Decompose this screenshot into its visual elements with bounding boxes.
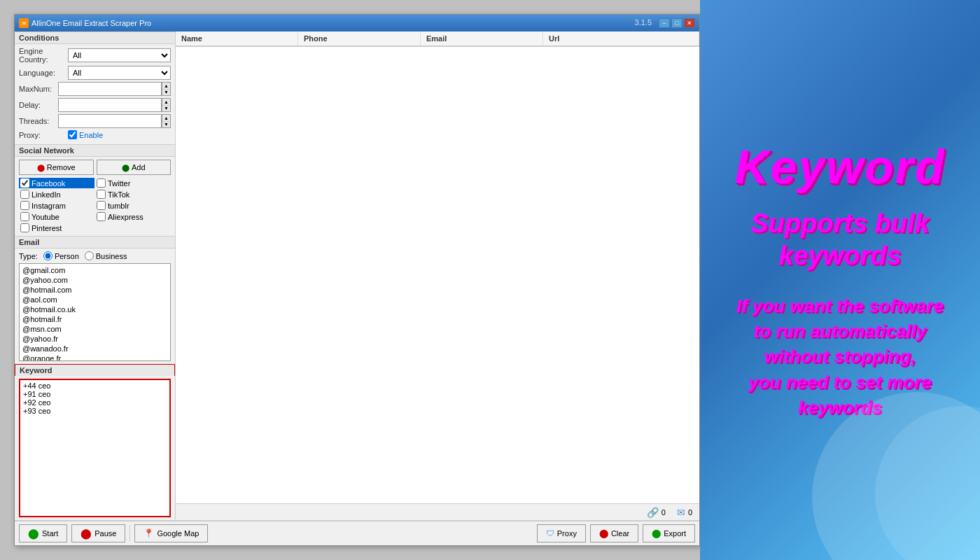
keyword-section: +44 ceo +91 ceo +92 ceo +93 ceo xyxy=(15,376,175,520)
email-person-option[interactable]: Person xyxy=(43,251,79,260)
table-body xyxy=(176,47,699,503)
email-section-label: Email xyxy=(15,236,175,248)
conditions-section-label: Conditions xyxy=(15,31,175,44)
delay-input[interactable]: 10 xyxy=(58,98,162,112)
engine-country-select[interactable]: All xyxy=(68,48,171,62)
tiktok-checkbox[interactable] xyxy=(97,190,106,199)
title-bar: ✉ AllinOne Email Extract Scraper Pro 3.1… xyxy=(15,15,699,31)
start-button[interactable]: ⬤ Start xyxy=(19,524,67,542)
maxnum-input[interactable]: 500000 xyxy=(58,82,162,96)
pause-icon: ⬤ xyxy=(80,528,92,539)
threads-spinner[interactable]: ▲ ▼ xyxy=(162,114,171,128)
col-phone: Phone xyxy=(298,31,421,46)
email-section: Type: Person Business @gmail.com @yahoo.… xyxy=(15,248,175,364)
social-section-label: Social Network xyxy=(15,144,175,157)
button-separator xyxy=(130,525,130,542)
business-radio[interactable] xyxy=(85,251,94,260)
tumblr-checkbox[interactable] xyxy=(97,201,106,210)
social-section: ⬤ Remove ⬤ Add Facebook Twitte xyxy=(15,157,175,236)
social-item-youtube[interactable]: Youtube xyxy=(19,211,94,222)
keyword-section-label: Keyword xyxy=(15,364,175,376)
aliexpress-label: Aliexpress xyxy=(108,213,144,221)
social-item-tiktok[interactable]: TikTok xyxy=(95,189,171,200)
keyword-textarea[interactable]: +44 ceo +91 ceo +92 ceo +93 ceo xyxy=(19,379,171,517)
maxnum-up[interactable]: ▲ xyxy=(162,83,170,90)
proxy-btn-label: Proxy xyxy=(557,529,577,538)
delay-up[interactable]: ▲ xyxy=(162,99,170,106)
email-domain-list[interactable]: @gmail.com @yahoo.com @hotmail.com @aol.… xyxy=(19,263,171,361)
social-item-pinterest[interactable]: Pinterest xyxy=(19,223,94,233)
social-item-instagram[interactable]: Instagram xyxy=(19,200,94,211)
email-domain-yahoo: @yahoo.com xyxy=(22,275,167,285)
maxnum-row: MaxNum: 500000 ▲ ▼ xyxy=(19,82,171,96)
promo-description: If you want the softwareto run automatic… xyxy=(736,293,944,421)
linkedin-checkbox[interactable] xyxy=(20,190,29,199)
person-label: Person xyxy=(55,252,79,260)
title-bar-left: ✉ AllinOne Email Extract Scraper Pro xyxy=(19,18,151,28)
threads-up[interactable]: ▲ xyxy=(162,115,170,122)
maxnum-down[interactable]: ▼ xyxy=(162,90,170,96)
clear-button[interactable]: ⬤ Clear xyxy=(590,524,638,542)
version-label: 3.1.5 xyxy=(635,18,652,28)
threads-label: Threads: xyxy=(19,117,58,125)
facebook-label: Facebook xyxy=(31,179,65,188)
facebook-checkbox[interactable] xyxy=(20,178,29,188)
google-map-button[interactable]: 📍 Google Map xyxy=(134,524,208,542)
language-select[interactable]: All xyxy=(68,66,171,80)
table-header: Name Phone Email Url xyxy=(176,31,699,47)
add-button[interactable]: ⬤ Add xyxy=(97,160,172,175)
language-row: Language: All xyxy=(19,66,171,80)
start-icon: ⬤ xyxy=(28,528,39,539)
proxy-btn-icon: 🛡 xyxy=(546,528,554,538)
export-icon: ⬤ xyxy=(652,528,661,538)
threads-down[interactable]: ▼ xyxy=(162,122,170,128)
instagram-checkbox[interactable] xyxy=(20,201,29,210)
proxy-checkbox-input[interactable] xyxy=(68,130,77,139)
youtube-checkbox[interactable] xyxy=(20,212,29,221)
tumblr-label: tumblr xyxy=(108,202,130,210)
social-item-facebook[interactable]: Facebook xyxy=(19,178,94,188)
delay-row: Delay: 10 ▲ ▼ xyxy=(19,98,171,112)
promo-title: Keyword xyxy=(734,139,945,194)
proxy-row: Proxy: Enable xyxy=(19,130,171,139)
social-item-twitter[interactable]: Twitter xyxy=(95,178,171,188)
close-button[interactable]: ✕ xyxy=(684,18,695,28)
threads-row: Threads: 10 ▲ ▼ xyxy=(19,114,171,128)
minimize-button[interactable]: − xyxy=(659,18,670,28)
delay-label: Delay: xyxy=(19,101,58,109)
pinterest-checkbox[interactable] xyxy=(20,223,29,232)
delay-down[interactable]: ▼ xyxy=(162,106,170,112)
email-status-icon: ✉ xyxy=(677,507,685,518)
clear-label: Clear xyxy=(611,529,629,538)
maximize-button[interactable]: □ xyxy=(671,18,682,28)
delay-spinner[interactable]: ▲ ▼ xyxy=(162,98,171,112)
remove-button[interactable]: ⬤ Remove xyxy=(19,160,94,175)
proxy-button[interactable]: 🛡 Proxy xyxy=(537,524,586,542)
maxnum-spinner[interactable]: ▲ ▼ xyxy=(162,82,171,96)
google-map-icon: 📍 xyxy=(144,528,154,538)
link-icon: 🔗 xyxy=(647,507,659,518)
social-item-linkedin[interactable]: LinkedIn xyxy=(19,189,94,200)
linkedin-label: LinkedIn xyxy=(31,190,61,199)
proxy-enable-checkbox[interactable]: Enable xyxy=(68,130,103,139)
add-icon: ⬤ xyxy=(122,164,130,172)
app-body: Conditions Engine Country: All Language:… xyxy=(15,31,699,520)
status-bar: 🔗 0 ✉ 0 xyxy=(176,503,699,520)
aliexpress-checkbox[interactable] xyxy=(97,212,106,221)
twitter-checkbox[interactable] xyxy=(97,178,106,188)
export-button[interactable]: ⬤ Export xyxy=(643,524,695,542)
threads-input[interactable]: 10 xyxy=(58,114,162,128)
email-domain-hotmail: @hotmail.com xyxy=(22,285,167,295)
social-item-aliexpress[interactable]: Aliexpress xyxy=(95,211,171,222)
instagram-label: Instagram xyxy=(31,202,66,210)
email-business-option[interactable]: Business xyxy=(85,251,127,260)
right-panel: Name Phone Email Url 🔗 0 ✉ 0 xyxy=(176,31,699,520)
social-item-tumblr[interactable]: tumblr xyxy=(95,200,171,211)
pause-label: Pause xyxy=(94,529,116,538)
email-domain-wanadoo: @wanadoo.fr xyxy=(22,344,167,354)
person-radio[interactable] xyxy=(43,251,52,260)
promo-area: Keyword Supports bulkkeywords If you wan… xyxy=(700,0,980,560)
pinterest-label: Pinterest xyxy=(31,224,62,232)
pause-button[interactable]: ⬤ Pause xyxy=(71,524,125,542)
maxnum-label: MaxNum: xyxy=(19,85,58,93)
